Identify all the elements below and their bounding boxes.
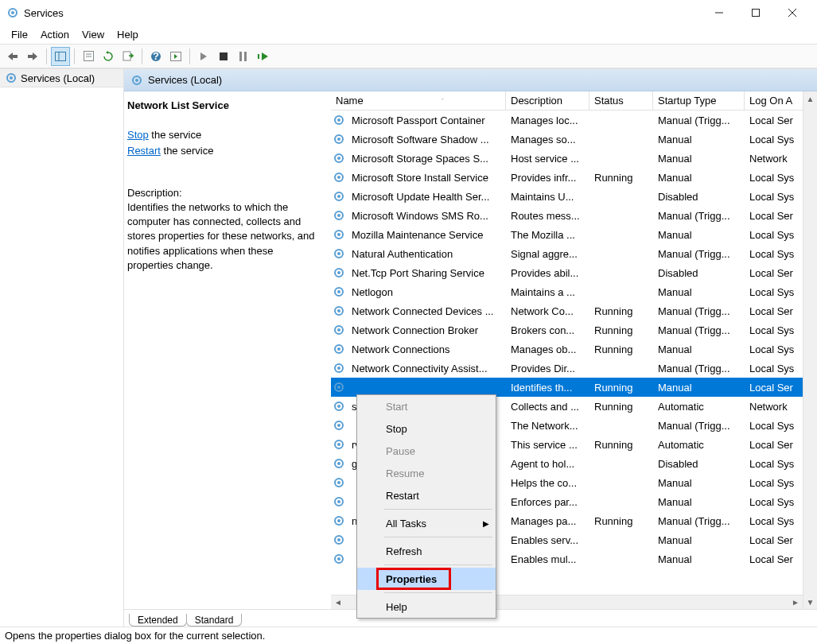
svg-point-22 bbox=[10, 76, 13, 80]
stop-suffix: the service bbox=[149, 129, 201, 141]
maximize-button[interactable] bbox=[737, 0, 774, 25]
cell-logon: Network bbox=[745, 153, 800, 165]
table-row[interactable]: Microsoft Update Health Ser...Maintains … bbox=[331, 187, 803, 206]
cell-logon: Local Sys bbox=[745, 324, 800, 336]
svg-point-50 bbox=[337, 347, 340, 351]
forward-button[interactable] bbox=[23, 47, 42, 66]
service-icon bbox=[331, 285, 347, 298]
table-row[interactable]: Microsoft Software Shadow ...Manages so.… bbox=[331, 130, 803, 149]
menu-action[interactable]: Action bbox=[34, 27, 76, 42]
cell-status: Running bbox=[589, 324, 653, 336]
close-button[interactable] bbox=[774, 0, 811, 25]
cell-startup: Manual (Trigg... bbox=[653, 363, 745, 374]
table-row[interactable]: Microsoft Storage Spaces S...Host servic… bbox=[331, 149, 803, 168]
table-row[interactable]: Natural AuthenticationSignal aggre...Man… bbox=[331, 244, 803, 263]
tree-root[interactable]: Services (Local) bbox=[0, 69, 123, 87]
context-menu-item-properties[interactable]: Properties bbox=[357, 568, 496, 590]
table-row[interactable]: Microsoft Windows SMS Ro...Routes mess..… bbox=[331, 206, 803, 225]
svg-point-30 bbox=[337, 157, 340, 160]
svg-point-28 bbox=[337, 138, 340, 141]
services-icon bbox=[5, 72, 18, 84]
table-row[interactable]: Network ConnectionsManages ob...RunningM… bbox=[331, 339, 803, 359]
tab-standard[interactable]: Standard bbox=[186, 614, 243, 627]
cell-description: Signal aggre... bbox=[506, 248, 589, 260]
table-row[interactable]: Net.Tcp Port Sharing ServiceProvides abi… bbox=[331, 263, 803, 282]
cell-description: Host service ... bbox=[506, 153, 589, 165]
service-icon bbox=[331, 133, 347, 145]
tab-extended[interactable]: Extended bbox=[129, 614, 187, 627]
cell-startup: Manual bbox=[653, 534, 745, 546]
back-button[interactable] bbox=[3, 47, 22, 66]
refresh-button[interactable] bbox=[99, 47, 118, 66]
svg-rect-17 bbox=[220, 52, 228, 60]
table-row[interactable]: Microsoft Passport ContainerManages loc.… bbox=[331, 111, 803, 130]
column-headers: Name ˆ Description Status Startup Type L… bbox=[331, 91, 803, 111]
restart-link[interactable]: Restart bbox=[127, 145, 161, 157]
col-description[interactable]: Description bbox=[506, 91, 589, 110]
cell-name: Microsoft Windows SMS Ro... bbox=[347, 210, 506, 222]
toolbar: ? bbox=[0, 45, 817, 68]
titlebar: Services bbox=[0, 0, 817, 25]
table-row[interactable]: Mozilla Maintenance ServiceThe Mozilla .… bbox=[331, 225, 803, 244]
cell-name: Mozilla Maintenance Service bbox=[347, 229, 506, 241]
context-menu-separator bbox=[384, 537, 492, 537]
col-startup-type[interactable]: Startup Type bbox=[653, 91, 745, 110]
svg-point-62 bbox=[337, 462, 340, 465]
show-actions-pane-button[interactable] bbox=[166, 47, 185, 66]
scroll-down-icon[interactable]: ▼ bbox=[804, 595, 817, 609]
cell-logon: Local Ser bbox=[745, 534, 800, 546]
cell-startup: Manual bbox=[653, 134, 745, 145]
service-icon bbox=[331, 495, 347, 508]
col-name[interactable]: Name ˆ bbox=[331, 91, 506, 110]
tree-pane[interactable]: Services (Local) bbox=[0, 69, 124, 627]
service-icon bbox=[331, 305, 347, 317]
context-menu-item-refresh[interactable]: Refresh bbox=[357, 540, 496, 562]
col-status[interactable]: Status bbox=[589, 91, 653, 110]
vertical-scrollbar[interactable]: ▲ ▼ bbox=[803, 91, 817, 609]
properties-button[interactable] bbox=[79, 47, 98, 66]
menu-help[interactable]: Help bbox=[111, 27, 145, 42]
context-menu-item-stop[interactable]: Stop bbox=[357, 417, 496, 440]
cell-logon: Local Sys bbox=[745, 134, 800, 145]
export-list-button[interactable] bbox=[119, 47, 138, 66]
context-menu: StartStopPauseResumeRestartAll Tasks▶Ref… bbox=[356, 394, 496, 619]
context-menu-item-help[interactable]: Help bbox=[357, 596, 496, 618]
stop-service-button[interactable] bbox=[214, 47, 233, 66]
cell-description: Maintains a ... bbox=[506, 286, 589, 298]
stop-link[interactable]: Stop bbox=[127, 129, 149, 141]
svg-rect-6 bbox=[12, 55, 18, 58]
svg-point-66 bbox=[337, 500, 340, 503]
help-button[interactable]: ? bbox=[146, 47, 165, 66]
service-icon bbox=[331, 152, 347, 165]
service-icon bbox=[331, 419, 347, 432]
table-row[interactable]: Network Connected Devices ...Network Co.… bbox=[331, 301, 803, 320]
context-menu-item-restart[interactable]: Restart bbox=[357, 484, 496, 506]
start-service-button[interactable] bbox=[194, 47, 213, 66]
cell-name: Microsoft Update Health Ser... bbox=[347, 191, 506, 203]
table-row[interactable]: Microsoft Store Install ServiceProvides … bbox=[331, 168, 803, 187]
svg-point-64 bbox=[337, 481, 340, 484]
svg-point-36 bbox=[337, 214, 340, 217]
cell-startup: Manual (Trigg... bbox=[653, 210, 745, 222]
restart-service-button[interactable] bbox=[254, 47, 273, 66]
table-row[interactable]: Network Connectivity Assist...Provides D… bbox=[331, 359, 803, 378]
col-logon[interactable]: Log On A bbox=[745, 91, 800, 110]
minimize-button[interactable] bbox=[701, 0, 737, 25]
cell-description: Provides infr... bbox=[506, 172, 589, 184]
scroll-left-icon[interactable]: ◄ bbox=[331, 596, 345, 609]
cell-startup: Manual (Trigg... bbox=[653, 324, 745, 336]
pause-service-button[interactable] bbox=[234, 47, 253, 66]
menu-file[interactable]: File bbox=[5, 27, 34, 42]
cell-startup: Manual bbox=[653, 382, 745, 394]
toolbar-separator bbox=[142, 48, 142, 64]
context-menu-item-all-tasks[interactable]: All Tasks▶ bbox=[357, 512, 496, 534]
scroll-up-icon[interactable]: ▲ bbox=[804, 91, 817, 106]
scroll-right-icon[interactable]: ► bbox=[788, 596, 803, 609]
show-hide-tree-button[interactable] bbox=[51, 47, 70, 66]
table-row[interactable]: Network Connection BrokerBrokers con...R… bbox=[331, 320, 803, 339]
cell-name: Microsoft Passport Container bbox=[347, 114, 506, 126]
highlight-box bbox=[376, 568, 451, 590]
table-row[interactable]: NetlogonMaintains a ...ManualLocal Sys bbox=[331, 282, 803, 301]
cell-name: Network Connection Broker bbox=[347, 324, 506, 336]
menu-view[interactable]: View bbox=[76, 27, 111, 42]
